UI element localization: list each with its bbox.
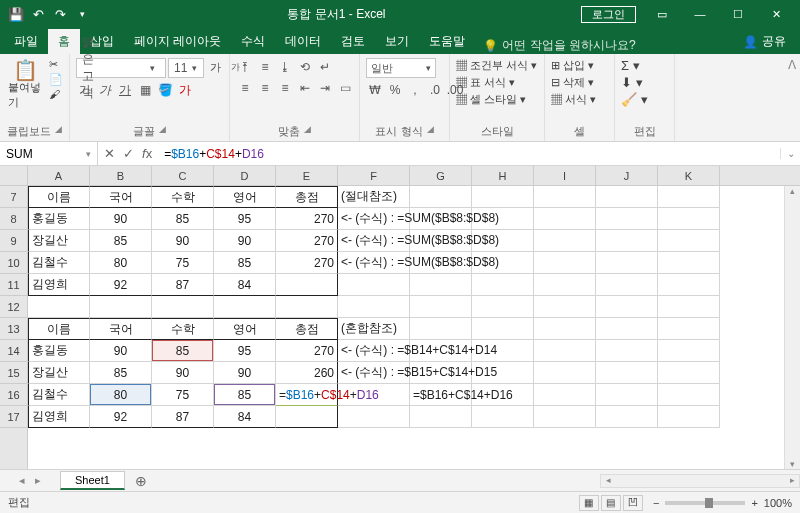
undo-icon[interactable]: ↶ [28, 4, 48, 24]
paste-button[interactable]: 📋 붙여넣기 [6, 58, 45, 112]
cut-icon[interactable]: ✂ [49, 58, 63, 71]
underline-icon[interactable]: 가 [116, 81, 134, 99]
share-button[interactable]: 👤 공유 [733, 29, 796, 54]
cell[interactable] [534, 340, 596, 362]
cell[interactable]: 이름 [28, 318, 90, 340]
sheet-next-icon[interactable]: ▸ [35, 474, 41, 487]
cell[interactable]: 85 [90, 362, 152, 384]
collapse-ribbon-icon[interactable]: ᐱ [784, 54, 800, 141]
cell[interactable]: 92 [90, 406, 152, 428]
cell[interactable]: 홍길동 [28, 340, 90, 362]
format-painter-icon[interactable]: 🖌 [49, 88, 63, 100]
currency-icon[interactable]: ₩ [366, 81, 384, 99]
col-header[interactable]: B [90, 166, 152, 185]
cell[interactable]: 270 [276, 252, 338, 274]
cell[interactable]: <- (수식) : =SUM($B$8:$D$8) [338, 208, 410, 230]
format-cells-button[interactable]: ▦ 서식 ▾ [551, 92, 596, 107]
cell-style-button[interactable]: ▦ 셀 스타일 ▾ [456, 92, 526, 107]
cell[interactable] [534, 274, 596, 296]
zoom-slider[interactable] [665, 501, 745, 505]
comma-icon[interactable]: , [406, 81, 424, 99]
cell[interactable] [596, 252, 658, 274]
cell[interactable]: 김영희 [28, 274, 90, 296]
insert-cells-button[interactable]: ⊞ 삽입 ▾ [551, 58, 594, 73]
cell[interactable] [596, 186, 658, 208]
row-header[interactable]: 13 [0, 318, 27, 340]
cell[interactable]: 장길산 [28, 230, 90, 252]
cell[interactable]: 90 [152, 230, 214, 252]
sheet-tab[interactable]: Sheet1 [60, 471, 125, 490]
cell[interactable]: 수학 [152, 318, 214, 340]
cell[interactable]: 영어 [214, 318, 276, 340]
cell[interactable]: 270 [276, 230, 338, 252]
cell[interactable] [596, 384, 658, 406]
col-header[interactable]: C [152, 166, 214, 185]
namebox-dropdown-icon[interactable]: ▾ [86, 149, 91, 159]
fill-icon[interactable]: ⬇ ▾ [621, 75, 643, 90]
cell[interactable]: 영어 [214, 186, 276, 208]
copy-icon[interactable]: 📄 [49, 73, 63, 86]
tell-me[interactable]: 💡 어떤 작업을 원하시나요? [483, 37, 635, 54]
cell[interactable]: 95 [214, 208, 276, 230]
save-icon[interactable]: 💾 [6, 4, 26, 24]
row-header[interactable]: 8 [0, 208, 27, 230]
cell[interactable]: (절대참조) [338, 186, 410, 208]
cell[interactable]: 수학 [152, 186, 214, 208]
cell[interactable]: (혼합참조) [338, 318, 410, 340]
cell[interactable] [90, 296, 152, 318]
cell[interactable]: 홍길동 [28, 208, 90, 230]
cell[interactable]: 84 [214, 406, 276, 428]
row-header[interactable]: 14 [0, 340, 27, 362]
clipboard-dialog-icon[interactable]: ◢ [55, 124, 62, 139]
cell[interactable]: 90 [90, 208, 152, 230]
cell[interactable] [596, 318, 658, 340]
cell[interactable]: 85 [214, 384, 276, 406]
cell[interactable]: 85 [152, 340, 214, 362]
cell[interactable] [658, 362, 720, 384]
sheet-prev-icon[interactable]: ◂ [19, 474, 25, 487]
cell[interactable]: 이름 [28, 186, 90, 208]
cell[interactable] [276, 274, 338, 296]
formula-input[interactable]: =$B16+C$14+D16 [158, 147, 780, 161]
cell[interactable] [472, 318, 534, 340]
cell[interactable] [596, 340, 658, 362]
cell[interactable]: 260 [276, 362, 338, 384]
redo-icon[interactable]: ↷ [50, 4, 70, 24]
cell[interactable] [410, 406, 472, 428]
horizontal-scrollbar[interactable]: ◂▸ [600, 474, 800, 488]
inc-decimal-icon[interactable]: .0 [426, 81, 444, 99]
align-dialog-icon[interactable]: ◢ [304, 124, 311, 139]
enter-formula-icon[interactable]: ✓ [123, 146, 134, 161]
font-family-select[interactable]: 맑은 고딕▾ [76, 58, 166, 78]
cell[interactable]: 85 [90, 230, 152, 252]
font-size-select[interactable]: 11▾ [168, 58, 204, 78]
cell[interactable] [596, 208, 658, 230]
align-center-icon[interactable]: ≡ [256, 79, 274, 97]
expand-formula-icon[interactable]: ⌄ [780, 148, 800, 159]
col-header[interactable]: J [596, 166, 658, 185]
cell[interactable]: 국어 [90, 318, 152, 340]
orientation-icon[interactable]: ⟲ [296, 58, 314, 76]
merge-icon[interactable]: ▭ [336, 79, 354, 97]
cell[interactable] [658, 208, 720, 230]
tab-help[interactable]: 도움말 [419, 29, 475, 54]
cell[interactable] [596, 362, 658, 384]
cell[interactable] [338, 296, 410, 318]
zoom-level[interactable]: 100% [764, 497, 792, 509]
tab-file[interactable]: 파일 [4, 29, 48, 54]
cell[interactable]: 국어 [90, 186, 152, 208]
cell[interactable]: 장길산 [28, 362, 90, 384]
cell-active[interactable]: =$B16+C$14+D16 [276, 384, 338, 406]
col-header[interactable]: K [658, 166, 720, 185]
percent-icon[interactable]: % [386, 81, 404, 99]
align-right-icon[interactable]: ≡ [276, 79, 294, 97]
close-icon[interactable]: ✕ [758, 4, 794, 24]
cell[interactable]: 85 [152, 208, 214, 230]
cell[interactable] [596, 274, 658, 296]
cell[interactable] [534, 406, 596, 428]
cell[interactable] [276, 406, 338, 428]
cell[interactable] [534, 318, 596, 340]
cell[interactable] [472, 296, 534, 318]
align-middle-icon[interactable]: ≡ [256, 58, 274, 76]
cell[interactable] [338, 274, 410, 296]
